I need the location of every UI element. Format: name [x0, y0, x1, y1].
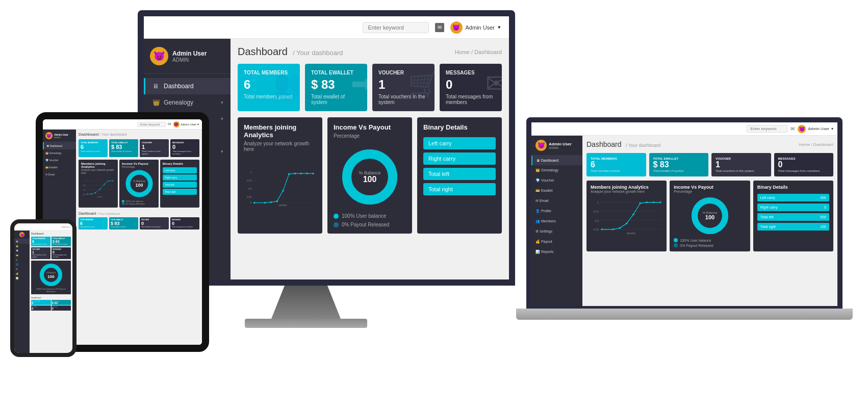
tablet-binary-item-2[interactable]: Right carry: [163, 174, 197, 181]
laptop-legend-text-2: 0% Payout Released: [680, 244, 713, 247]
scene: ✉ 😈 Admin User ▾ 😈 Admin User: [0, 0, 868, 408]
binary-item-total-right[interactable]: Total right: [423, 183, 496, 195]
mail-icon[interactable]: ✉: [435, 23, 444, 32]
sidebar-item-genealogy[interactable]: 👑 Genealogy ▾: [144, 94, 231, 111]
tablet-donut-area: % Balance 100: [122, 168, 156, 199]
tablet-stat-desc-members: Total members joined: [81, 150, 106, 152]
laptop-sidebar-userinfo: Admin User ADMIN: [549, 142, 572, 149]
tablet-nav-email[interactable]: ✉ Email: [43, 171, 76, 178]
phone-nav-payout[interactable]: 💰: [14, 271, 30, 276]
laptop-binary-item-4[interactable]: Total right 100: [757, 223, 829, 231]
tablet-search[interactable]: [138, 122, 166, 127]
laptop-binary-value-1: 400: [820, 196, 826, 199]
binary-item-left-carry[interactable]: Left carry: [423, 137, 496, 149]
tablet-binary-title: Binary Details: [163, 162, 197, 165]
phone2-stat-members: TOTAL MEMBERS 6: [31, 300, 51, 305]
svg-text:100: 100: [135, 183, 143, 188]
stat-card-voucher: VOUCHER 1 Total vouchers in the system 🛒: [372, 64, 435, 111]
laptop-binary-item-1[interactable]: Left carry 400: [757, 194, 829, 201]
laptop-nav-members[interactable]: 👥 Members: [531, 216, 582, 226]
sidebar-avatar: 😈: [150, 47, 168, 65]
laptop-donut-area: % Balance 100: [674, 195, 746, 236]
tablet2-stat-messages: MESSAGES 0 Total messages from members: [170, 217, 199, 230]
phone-nav-voucher[interactable]: 💎: [14, 248, 30, 253]
laptop-nav-genealogy[interactable]: 👑 Genealogy: [531, 165, 582, 175]
phone-nav-settings[interactable]: ⚙: [14, 267, 30, 271]
binary-label-right-carry: Right carry: [428, 156, 455, 162]
members-bg-icon: 👥: [273, 69, 300, 98]
phone-nav-ewallet[interactable]: 💳: [14, 253, 30, 258]
laptop-nav-payout[interactable]: 💰 Payout: [531, 237, 582, 247]
binary-item-right-carry[interactable]: Right carry: [423, 152, 496, 165]
laptop-nav-reports[interactable]: 📊 Reports: [531, 247, 582, 257]
laptop-nav-dashboard[interactable]: 🖥 Dashboard: [531, 156, 582, 165]
tablet-binary-item-3[interactable]: Total left: [163, 182, 197, 188]
svg-point-20: [312, 172, 314, 174]
ewallet-bg-icon: ➡: [351, 69, 367, 98]
laptop-charts-row: Members joining Analytics Analyze your n…: [586, 181, 833, 251]
laptop: ✉ 😈 Admin User ▾ 😈 Admin User: [526, 117, 843, 347]
svg-point-60: [108, 181, 109, 182]
laptop-mail-icon[interactable]: ✉: [790, 126, 795, 132]
phone-nav-genealogy[interactable]: 👑: [14, 244, 30, 248]
laptop-nav-profile[interactable]: 👤 Profile: [531, 206, 582, 216]
phone2-stat-ewallet: TOTAL EWALLET $ 83: [52, 300, 71, 305]
phone2-value-members: 6: [32, 301, 50, 304]
laptop-title-sub: / Your dashboard: [626, 143, 660, 148]
sidebar-item-dashboard[interactable]: 🖥 Dashboard: [144, 78, 231, 94]
laptop-nav-ewallet[interactable]: 💳 Ewallet: [531, 186, 582, 196]
admin-user-badge[interactable]: 😈 Admin User ▾: [450, 21, 501, 34]
svg-point-38: [639, 202, 641, 205]
search-input[interactable]: [363, 22, 429, 33]
tablet-line-title: Members joining Analytics: [81, 162, 115, 168]
laptop-nav-voucher[interactable]: 💎 Voucher: [531, 175, 582, 186]
tablet-stat-voucher: VOUCHER 1 Total vouchers in the system: [140, 139, 169, 157]
laptop-nav-email[interactable]: ✉ Email: [531, 196, 582, 206]
tablet-binary-item-4[interactable]: Total right: [163, 189, 197, 195]
topbar: ✉ 😈 Admin User ▾: [144, 16, 509, 39]
phone-nav-profile[interactable]: 👤: [14, 262, 30, 267]
voucher-bg-icon: 🛒: [408, 69, 435, 98]
laptop-legend-text-1: 100% User balance: [680, 239, 711, 242]
svg-text:0: 0: [250, 201, 252, 204]
binary-item-total-left[interactable]: Total left: [423, 168, 496, 180]
breadcrumb: Home / Dashboard: [455, 49, 502, 55]
laptop-legend-2: 0% Payout Released: [674, 243, 746, 247]
laptop-admin-badge[interactable]: 😈 Admin User ▾: [798, 125, 833, 133]
phone-stat-value-voucher: 1: [32, 250, 49, 254]
laptop-legend-dot-1: [674, 238, 678, 242]
phone-screen: Admin ▾ 😈 🖥 👑 💎 💳 ✉ 👤: [14, 223, 72, 353]
phone-stat-desc-members: Total members joined: [32, 243, 49, 245]
sidebar-user-info: Admin User ADMIN: [172, 50, 207, 63]
phone-stat-desc-messages: Total messages from members: [53, 254, 70, 258]
phone-sidebar-user: 😈: [14, 231, 30, 239]
breadcrumb-home: Home: [455, 49, 470, 55]
laptop-nav-settings[interactable]: ⚙ Settings: [531, 226, 582, 237]
phone-page-title: Dashboard: [31, 232, 71, 235]
phone-nav-reports[interactable]: 📊: [14, 276, 30, 280]
laptop-search[interactable]: [747, 125, 787, 133]
laptop-page-title: Dashboard / Your dashboard: [586, 140, 660, 149]
laptop-binary-item-2[interactable]: Right carry 0: [757, 203, 829, 211]
legend-dot-balance: [334, 214, 339, 219]
laptop-binary-item-3[interactable]: Total left 500: [757, 213, 829, 221]
laptop-stats-row: TOTAL MEMBERS 6 Total members joined TOT…: [586, 153, 833, 176]
sidebar-label-genealogy: Genealogy: [164, 99, 193, 106]
tablet-nav-dashboard[interactable]: 🖥 Dashboard: [43, 142, 76, 149]
laptop-stat-desc-messages: Total messages from members: [778, 169, 830, 172]
laptop-donut-chart: Income Vs Payout Percentage % Balance 10…: [670, 181, 750, 251]
legend-label-payout: 0% Payout Released: [342, 222, 389, 227]
stat-card-members: TOTAL MEMBERS 6 Total members joined 👥: [238, 64, 300, 111]
tablet-nav-genealogy[interactable]: 👑 Genealogy: [43, 149, 76, 157]
svg-text:0.75: 0.75: [594, 210, 599, 213]
tablet-nav-voucher[interactable]: 💎 Voucher: [43, 157, 76, 164]
tablet-sidebar-avatar: 😈: [45, 132, 53, 139]
tablet-binary-item-1[interactable]: Left carry: [163, 167, 197, 173]
phone-nav-dashboard[interactable]: 🖥: [14, 239, 30, 244]
tablet2-desc-ewallet: Total ewallet of system: [111, 226, 137, 228]
tablet-section2-title: Dashboard / Your dashboard: [79, 212, 199, 215]
phone-stats-row: TOTAL MEMBERS 6 Total members joined TOT…: [31, 237, 71, 259]
phone-nav-email[interactable]: ✉: [14, 258, 30, 262]
tablet-nav-ewallet[interactable]: 💳 Ewallet: [43, 164, 76, 171]
laptop-dropdown: ▾: [831, 126, 833, 131]
